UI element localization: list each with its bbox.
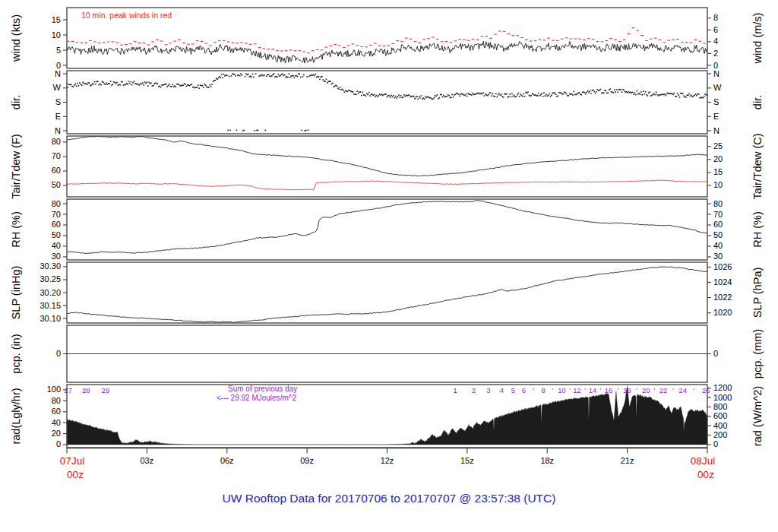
series-wind-direction-deg-point	[435, 95, 436, 97]
series-wind-direction-deg-point	[485, 93, 486, 95]
series-wind-direction-deg-point	[427, 96, 429, 97]
tair-right-tick-label: 20	[713, 154, 723, 163]
series-wind-direction-deg-point	[106, 83, 107, 84]
rh-right-tick-label: 60	[713, 220, 723, 229]
series-wind-direction-deg-point	[619, 89, 621, 90]
series-wind-direction-deg-point	[398, 94, 400, 96]
series-wind-direction-deg-point	[69, 84, 71, 86]
series-wind-direction-deg-point	[84, 83, 86, 84]
series-wind-direction-deg-point	[127, 84, 128, 85]
series-wind-direction-deg-point	[112, 84, 114, 86]
series-wind-direction-deg-point	[218, 78, 220, 79]
series-wind-direction-deg-point	[312, 75, 313, 77]
series-wind-direction-deg-point	[534, 94, 536, 96]
rad-cumulative-mj-label: 6	[522, 386, 526, 394]
series-wind-direction-deg-point	[456, 93, 457, 94]
series-wind-direction-deg-point	[118, 85, 119, 87]
series-wind-direction-deg-point	[344, 92, 346, 93]
series-wind-direction-deg-point	[182, 85, 183, 87]
series-wind-direction-deg-point	[81, 84, 83, 86]
series-wind-direction-deg-point	[350, 90, 352, 92]
series-wind-direction-deg-point	[292, 75, 293, 77]
slp-left-tick-label: 30.10	[40, 314, 61, 323]
series-wind-direction-deg-point	[590, 93, 592, 94]
series-wind-direction-deg-point	[556, 96, 558, 97]
series-wind-direction-deg-point	[683, 96, 685, 97]
series-wind-direction-deg-point	[460, 93, 462, 95]
series-wind-direction-deg-point	[446, 96, 448, 97]
series-wind-direction-deg-point	[215, 80, 217, 81]
series-wind-direction-deg-point	[302, 76, 304, 78]
series-wind-direction-deg-point	[694, 95, 695, 97]
rad-cumulative-mj-label: 16	[605, 386, 613, 394]
panel-humidity-frame	[67, 199, 707, 260]
series-wind-direction-deg-point	[98, 84, 100, 86]
rad-cumulative-mj-label: '	[693, 386, 694, 394]
series-wind-direction-deg-point	[125, 84, 127, 86]
rad-cumulative-mj-label: '	[672, 386, 674, 394]
series-wind-direction-deg-point	[612, 91, 613, 93]
series-wind-direction-deg-point	[656, 94, 658, 96]
series-wind-direction-deg-point	[279, 75, 280, 77]
series-wind-direction-deg-point	[409, 95, 410, 97]
rad-cumulative-mj-label: '	[552, 386, 553, 394]
series-wind-direction-deg-point	[676, 96, 678, 97]
series-wind-direction-deg-point	[653, 94, 654, 96]
dir-left-tick-label: N	[55, 126, 61, 135]
humidity-right-axis-label: RH (%)	[751, 211, 764, 248]
series-wind-direction-deg-point	[353, 93, 355, 95]
series-wind-direction-deg-point	[466, 96, 468, 97]
series-wind-direction-deg-point	[559, 92, 561, 93]
series-wind-direction-deg-point	[579, 92, 580, 93]
series-wind-direction-deg-point	[368, 92, 370, 93]
series-wind-direction-deg-point	[193, 87, 194, 88]
series-wind-direction-deg-point	[640, 93, 641, 95]
series-wind-direction-deg-point	[169, 84, 170, 85]
series-wind-direction-deg-point	[666, 93, 668, 95]
rad-cumulative-mj-label: 18	[623, 386, 631, 394]
rh-left-tick-label: 70	[52, 210, 61, 219]
series-wind-direction-deg-point	[213, 80, 215, 81]
series-wind-direction-deg-point	[219, 76, 220, 78]
series-wind-direction-deg-point	[669, 93, 670, 94]
x-axis-tick-label: 18z	[540, 456, 554, 465]
series-wind-direction-deg-point	[585, 93, 587, 95]
series-wind-direction-deg-point	[306, 76, 308, 78]
temperature-left-axis-label: Tair/Tdew (F)	[10, 134, 22, 198]
series-wind-direction-deg-point	[400, 95, 402, 97]
series-solar-rad-lgly	[67, 386, 707, 445]
series-wind-direction-deg-point	[176, 84, 178, 85]
rad-left-tick-label: 20	[52, 429, 61, 438]
series-wind-direction-deg-point	[190, 84, 191, 86]
series-wind-direction-deg-point	[646, 94, 647, 96]
series-wind-direction-deg-point	[139, 84, 141, 86]
series-wind-direction-deg-point	[458, 93, 460, 95]
series-wind-direction-deg-point	[416, 97, 417, 98]
series-wind-direction-deg-point	[123, 84, 125, 86]
series-wind-direction-deg-point	[485, 94, 487, 96]
tair-right-tick-label: 25	[713, 141, 723, 150]
series-wind-direction-deg-point	[464, 95, 466, 97]
series-wind-direction-deg-point	[179, 84, 180, 85]
series-wind-direction-deg-point	[466, 93, 467, 95]
series-wind-direction-deg-point	[411, 96, 413, 97]
series-wind-direction-deg-point	[592, 90, 593, 91]
series-wind-direction-deg-point	[501, 94, 502, 96]
rad-cumulative-mj-label: 5	[511, 386, 515, 394]
x-axis-tick-label: 21z	[621, 456, 634, 465]
series-wind-direction-deg-point	[509, 93, 511, 95]
series-wind-direction-deg-point	[234, 74, 236, 75]
series-wind-direction-deg-point	[119, 84, 120, 85]
series-wind-direction-deg-point	[527, 92, 528, 93]
series-wind-direction-deg-point	[295, 75, 296, 77]
panel-direction-frame	[67, 71, 707, 134]
rh-right-tick-label: 40	[713, 241, 723, 250]
series-wind-direction-deg-point	[245, 73, 247, 74]
series-wind-direction-deg-point	[311, 74, 312, 76]
series-wind-direction-deg-point	[437, 94, 438, 96]
series-wind-direction-deg-point	[220, 78, 222, 79]
pcp-right-tick-label: 0	[713, 349, 718, 358]
series-wind-direction-deg-point	[109, 83, 110, 84]
series-wind-direction-deg-point	[332, 83, 334, 84]
series-wind-direction-deg-point	[521, 95, 523, 97]
